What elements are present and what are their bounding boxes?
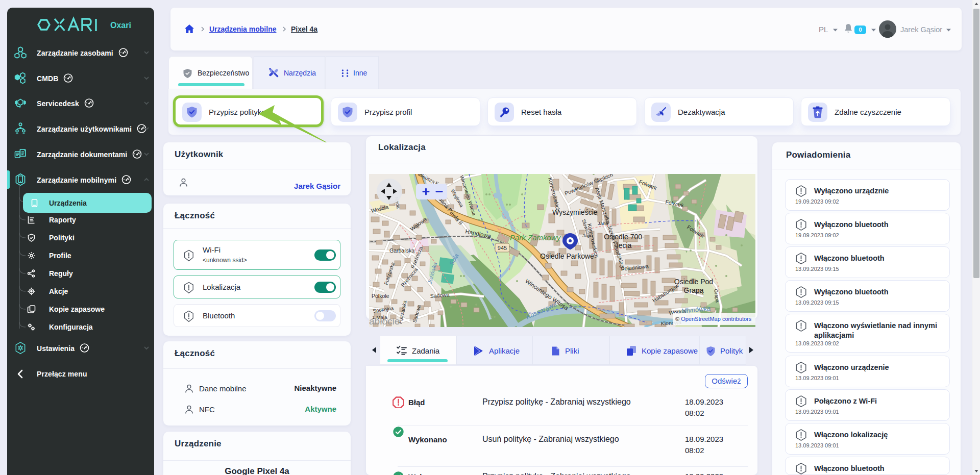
svg-text:Grapą: Grapą	[684, 286, 704, 294]
svg-text:Park Zamkowy: Park Zamkowy	[510, 233, 561, 242]
svg-text:Oxari: Oxari	[110, 21, 131, 30]
svg-text:Jana: Jana	[598, 220, 608, 226]
svg-text:Wyszymieście: Wyszymieście	[552, 208, 598, 216]
svg-text:lecia: lecia	[617, 241, 632, 249]
svg-text:abłocie: abłocie	[369, 316, 400, 327]
svg-text:Osiedle 700-: Osiedle 700-	[604, 233, 645, 241]
svg-text:Półkole: Półkole	[372, 293, 389, 299]
svg-text:© OpenStreetMap contributors: © OpenStreetMap contributors	[675, 316, 752, 322]
svg-text:Osiedle Pod: Osiedle Pod	[674, 278, 713, 286]
svg-text:Osiedle Parkowe: Osiedle Parkowe	[540, 252, 594, 260]
svg-text:945: 945	[498, 245, 507, 251]
svg-text:Garbarska: Garbarska	[389, 247, 414, 254]
svg-text:Jana: Jana	[582, 233, 593, 238]
